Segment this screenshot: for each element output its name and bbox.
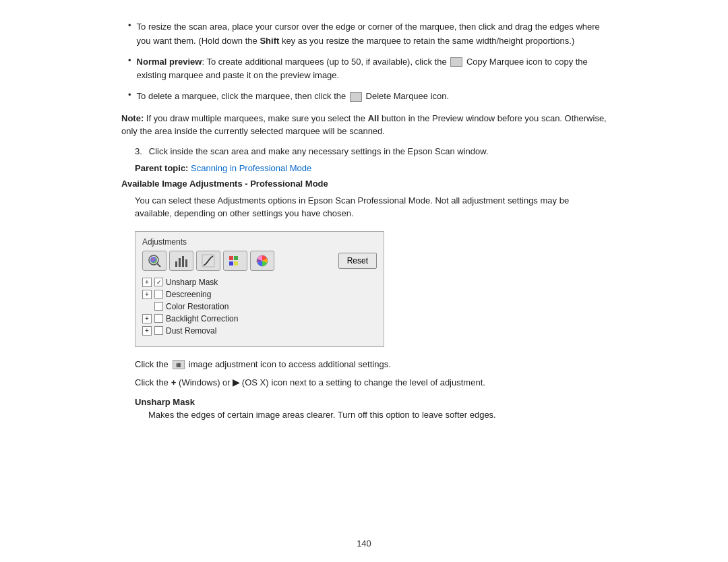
- svg-rect-6: [185, 259, 187, 267]
- note-all-bold-text: All: [368, 113, 380, 123]
- svg-rect-10: [229, 261, 233, 266]
- bullet3-start: To delete a marquee, click the marquee, …: [137, 91, 346, 101]
- bullet2-bold: Normal preview: [137, 57, 202, 67]
- bullet-item-2: Normal preview: To create additional mar…: [121, 55, 607, 84]
- adj-icon-btn-3[interactable]: [196, 251, 220, 271]
- adj-row-backlight-correction: + Backlight Correction: [142, 314, 377, 323]
- svg-rect-9: [234, 256, 238, 260]
- bullet1-end-text: key as you resize the marquee to retain …: [282, 36, 574, 46]
- color-balance-icon: [228, 253, 243, 268]
- adj-icon-btn-5[interactable]: [250, 251, 274, 271]
- unsharp-mask-body: Makes the edges of certain image areas c…: [121, 408, 607, 422]
- parent-topic-link[interactable]: Scanning in Professional Mode: [191, 163, 311, 173]
- tone-curve-icon: [201, 253, 216, 268]
- expand-backlight-correction[interactable]: +: [142, 314, 152, 323]
- svg-rect-5: [182, 256, 184, 267]
- adj-icon-btn-4[interactable]: [223, 251, 247, 271]
- expand-dust-removal[interactable]: +: [142, 326, 152, 336]
- label-descreening: Descreening: [166, 290, 211, 299]
- click-line2-start: Click the: [135, 376, 169, 390]
- click-line2-end: icon next to a setting to change the lev…: [272, 376, 485, 390]
- note-block: Note: If you draw multiple marquees, mak…: [121, 112, 607, 138]
- click-line-1: Click the ▦ image adjustment icon to acc…: [135, 358, 607, 372]
- magnifier-color-icon: [147, 253, 162, 268]
- adj-icon-btn-1[interactable]: [142, 251, 166, 271]
- adj-row-dust-removal: + Dust Removal: [142, 326, 377, 336]
- reset-button[interactable]: Reset: [338, 253, 377, 269]
- label-color-restoration: Color Restoration: [166, 302, 229, 311]
- svg-rect-3: [175, 261, 177, 267]
- svg-rect-8: [229, 256, 233, 260]
- step3-text: Click inside the scan area and make any …: [149, 146, 489, 156]
- histogram-icon: [174, 253, 189, 268]
- step-3: 3. Click inside the scan area and make a…: [121, 146, 607, 156]
- delete-marquee-icon: [350, 92, 362, 102]
- parent-topic-line: Parent topic: Scanning in Professional M…: [121, 163, 607, 173]
- color-wheel-icon: [255, 253, 270, 268]
- checkbox-color-restoration[interactable]: [154, 302, 163, 311]
- adjustments-panel: Adjustments: [135, 231, 384, 347]
- bullet1-bold: Shift: [260, 36, 279, 46]
- parent-topic-label: Parent topic:: [135, 163, 188, 173]
- adj-row-unsharp-mask: + Unsharp Mask: [142, 278, 377, 287]
- svg-rect-11: [234, 261, 238, 266]
- note-text-content: If you draw multiple marquees, make sure…: [146, 113, 365, 123]
- bullet-item-3: To delete a marquee, click the marquee, …: [121, 90, 607, 104]
- label-backlight-correction: Backlight Correction: [166, 314, 238, 323]
- bullet3-end: Delete Marquee icon.: [366, 91, 450, 101]
- adj-row-color-restoration: Color Restoration: [142, 302, 377, 311]
- unsharp-mask-heading: Unsharp Mask: [135, 397, 607, 407]
- expand-unsharp-mask[interactable]: +: [142, 278, 152, 287]
- adj-panel-title: Adjustments: [142, 237, 377, 247]
- adj-buttons-row: Reset: [142, 251, 377, 271]
- bullet2-end: : To create additional marquees (up to 5…: [202, 57, 446, 67]
- step3-num: 3.: [135, 146, 142, 156]
- checkbox-backlight-correction[interactable]: [154, 314, 163, 323]
- expand-descreening[interactable]: +: [142, 290, 152, 299]
- section-body: You can select these Adjustments options…: [121, 194, 607, 220]
- svg-rect-4: [179, 258, 181, 267]
- note-bold: Note:: [121, 113, 144, 123]
- bullet-item-1: To resize the scan area, place your curs…: [121, 20, 607, 49]
- checkbox-descreening[interactable]: [154, 290, 163, 299]
- click-line2-plus: + (Windows) or ▶ (OS X): [171, 376, 269, 390]
- click-line1-end: image adjustment icon to access addition…: [189, 358, 391, 372]
- checkbox-unsharp-mask[interactable]: [154, 278, 163, 286]
- checkbox-dust-removal[interactable]: [154, 326, 163, 335]
- svg-point-1: [150, 257, 157, 263]
- page-number: 140: [357, 538, 371, 549]
- section-heading: Available Image Adjustments - Profession…: [121, 179, 607, 189]
- adjustments-panel-wrapper: Adjustments: [121, 231, 607, 347]
- copy-marquee-icon: [450, 57, 462, 67]
- bottom-text-section: Click the ▦ image adjustment icon to acc…: [121, 358, 607, 390]
- click-line1-start: Click the: [135, 358, 169, 372]
- label-dust-removal: Dust Removal: [166, 326, 216, 336]
- svg-line-2: [157, 263, 160, 267]
- page-content: To resize the scan area, place your curs…: [94, 0, 634, 528]
- adj-row-descreening: + Descreening: [142, 290, 377, 299]
- label-unsharp-mask: Unsharp Mask: [166, 278, 218, 287]
- adj-icon-btn-2[interactable]: [169, 251, 193, 271]
- click-line-2: Click the + (Windows) or ▶ (OS X) icon n…: [135, 376, 607, 390]
- image-adjustment-icon: ▦: [173, 360, 185, 369]
- page-footer: 140: [0, 528, 728, 562]
